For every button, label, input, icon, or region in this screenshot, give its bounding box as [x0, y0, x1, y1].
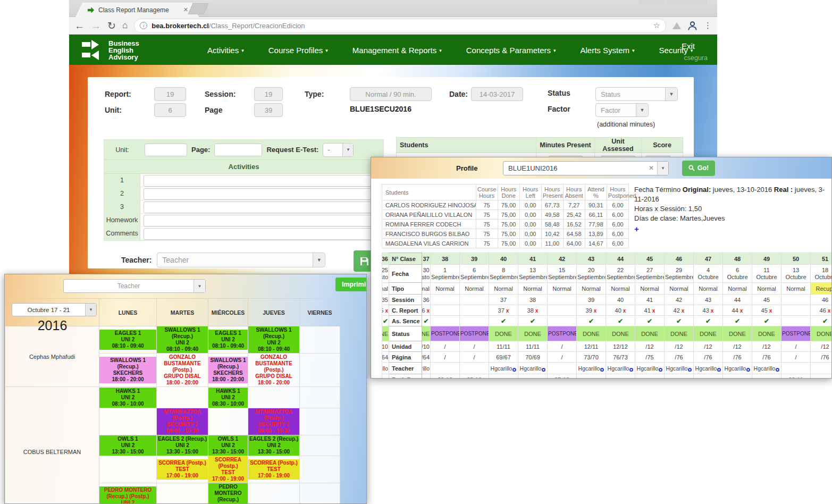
- teacher-link-icon[interactable]: [688, 368, 692, 372]
- factor-select-caret-icon[interactable]: ▼: [636, 104, 648, 116]
- class-block[interactable]: MTARRAZTOA (Postp.)SECURITY 209:00 - 10:…: [248, 408, 299, 435]
- class-block[interactable]: GONZALOBUSTAMANTE (Postp.)GRUPO DISAL18:…: [157, 354, 208, 387]
- page-value-field[interactable]: 39: [254, 103, 283, 117]
- session-value-field[interactable]: 19: [254, 87, 283, 101]
- add-plus-icon[interactable]: +: [634, 224, 827, 234]
- class-block[interactable]: PEDRO MONTERO(Recup.)UNI 208:00 - 09:30: [208, 483, 248, 504]
- report-value-field[interactable]: 19: [154, 87, 186, 101]
- nav-item-exit[interactable]: Exit: [682, 41, 695, 51]
- fecha-termino-line: Fecha Término Original: jueves, 13-10-20…: [634, 185, 827, 204]
- unit-value-field[interactable]: 6: [154, 103, 186, 117]
- week-select[interactable]: Octubre 17 - 21▼: [12, 303, 97, 316]
- class-block[interactable]: SWALLOWS 1 (Recup.)SKECHERS18:00 - 20:00: [99, 357, 156, 383]
- print-button[interactable]: Imprimir: [335, 278, 367, 291]
- class-block[interactable]: SCORREA (Postp.)TEST17:00 - 19:00: [157, 459, 208, 480]
- delete-x-icon[interactable]: x: [652, 308, 655, 314]
- class-block[interactable]: SWALLOWS 1(Recup.)SKECHERS18:00 - 20:00: [208, 357, 248, 383]
- forward-button-icon[interactable]: →: [91, 21, 101, 31]
- teacher-select[interactable]: Teacher ▼: [157, 253, 325, 267]
- page-info-icon[interactable]: i: [140, 22, 147, 29]
- address-bar[interactable]: i bea.brokertech.cl/Class_Report/Creacio…: [134, 19, 666, 33]
- date-value-field[interactable]: 14-03-2017: [471, 87, 523, 101]
- hours-value: 75: [476, 200, 498, 210]
- back-button-icon[interactable]: ←: [74, 21, 85, 31]
- etest-select-caret-icon[interactable]: ▼: [342, 144, 353, 156]
- delete-x-icon[interactable]: x: [623, 308, 626, 314]
- teacher-link-icon[interactable]: [542, 368, 545, 372]
- teacher-link-icon[interactable]: [629, 368, 633, 372]
- reload-button-icon[interactable]: ↻: [107, 21, 116, 31]
- tab-close-icon[interactable]: ✕: [183, 6, 188, 13]
- class-block[interactable]: SWALLOWS 1 (Recup.)UNI 208:10 - 09:40: [157, 326, 208, 353]
- delete-x-icon[interactable]: x: [426, 308, 430, 314]
- brand[interactable]: Business English Advisory: [69, 40, 207, 61]
- nav-item-concepts-parameters[interactable]: Concepts & Parameters▾: [466, 46, 556, 55]
- class-block[interactable]: PEDRO MONTERO(Recup.) (Postp.)UNI 208:00…: [99, 486, 156, 504]
- browser-tab[interactable]: Class Report Manageme ✕: [75, 3, 199, 17]
- home-button-icon[interactable]: ⌂: [122, 20, 128, 31]
- class-block[interactable]: MTARRAZTOA (Postp.)SECURITY 209:00 - 10:…: [157, 408, 208, 435]
- act-unit-input[interactable]: [145, 144, 187, 156]
- activity-input-1[interactable]: [144, 175, 380, 187]
- class-block[interactable]: EAGLES 2 (Recup.)UNI 213:30 - 15:00: [157, 435, 208, 456]
- delete-x-icon[interactable]: x: [828, 308, 831, 314]
- extension-triangle-icon[interactable]: [673, 22, 681, 29]
- class-block[interactable]: HAWKS 1UNI 208:30 - 10:00: [99, 388, 156, 408]
- etest-select[interactable]: - ▼: [323, 143, 354, 157]
- calendar-teacher-caret-icon[interactable]: ▼: [194, 280, 205, 292]
- teacher-link-icon[interactable]: [659, 368, 662, 372]
- teacher-link-icon[interactable]: [600, 368, 604, 372]
- nav-item-activities[interactable]: Activities▾: [207, 46, 244, 55]
- class-block[interactable]: SWALLOWS 1 (Recup.)UNI 208:10 - 09:40: [248, 326, 299, 353]
- schedule-cell-fechprop-49: [752, 374, 781, 379]
- teacher-select-caret-icon[interactable]: ▼: [313, 253, 325, 267]
- profile-clear-icon[interactable]: ✕: [649, 164, 657, 172]
- profile-avatar-icon[interactable]: [687, 21, 697, 31]
- class-block[interactable]: EAGLES 1UNI 208:10 - 09:40: [99, 330, 156, 350]
- nav-item-course-profiles[interactable]: Course Profiles▾: [268, 46, 328, 55]
- delete-x-icon[interactable]: x: [740, 308, 743, 314]
- act-page-input[interactable]: [214, 144, 262, 156]
- teacher-link-icon[interactable]: [746, 368, 750, 372]
- class-block[interactable]: GONZALOBUSTAMANTE (Postp.)GRUPO DISAL18:…: [248, 354, 299, 387]
- class-block[interactable]: SCORREA (Postp.)TEST17:00 - 19:00: [248, 459, 299, 480]
- search-icon: [688, 165, 695, 171]
- delete-x-icon[interactable]: x: [535, 308, 539, 314]
- delete-x-icon[interactable]: x: [769, 308, 772, 314]
- class-block[interactable]: EAGLES 2 (Recup.)UNI 213:30 - 15:00: [248, 435, 299, 456]
- week-select-caret-icon[interactable]: ▼: [85, 304, 96, 316]
- class-block[interactable]: OWLS 1UNI 213:30 - 15:00: [99, 435, 156, 456]
- delete-x-icon[interactable]: x: [711, 308, 714, 314]
- delete-x-icon[interactable]: x: [506, 308, 509, 314]
- status-select-caret-icon[interactable]: ▼: [665, 88, 677, 100]
- type-value-field[interactable]: Normal / 90 min.: [350, 87, 432, 101]
- nav-item-management-reports[interactable]: Management & Reports▾: [352, 46, 442, 55]
- hours-col-header: HoursAbsent: [563, 184, 585, 200]
- teacher-link-icon[interactable]: [512, 368, 516, 372]
- delete-x-icon[interactable]: x: [682, 308, 685, 314]
- activity-input-homework[interactable]: [144, 215, 380, 226]
- status-select[interactable]: Status ▼: [595, 87, 678, 101]
- bookmark-star-icon[interactable]: ☆: [653, 21, 660, 30]
- class-block[interactable]: EAGLES 1UNI 208:10 - 09:40: [208, 330, 248, 350]
- menu-kebab-icon[interactable]: ⋮: [704, 21, 712, 30]
- nav-item-alerts-system[interactable]: Alerts System▾: [581, 46, 635, 55]
- activity-input-2[interactable]: [144, 188, 380, 200]
- class-block[interactable]: OWLS 1UNI 213:30 - 15:00: [208, 435, 248, 456]
- teacher-link-icon[interactable]: [717, 368, 721, 372]
- activity-input-3[interactable]: [144, 201, 380, 213]
- factor-select[interactable]: Factor ▼: [595, 103, 649, 117]
- url-text[interactable]: bea.brokertech.cl/Class_Report/CreacionE…: [152, 22, 649, 30]
- teacher-link-icon[interactable]: [776, 368, 779, 372]
- activity-input-comments[interactable]: [144, 228, 380, 240]
- calendar-teacher-select[interactable]: Teacher ▼: [63, 279, 206, 293]
- delete-x-icon[interactable]: x: [385, 308, 388, 314]
- schedule-row-label: Sessión: [389, 295, 422, 305]
- class-block[interactable]: HAWKS 1UNI 208:30 - 10:00: [208, 388, 248, 408]
- class-block[interactable]: SCORREA (Postp.)TEST17:00 - 19:00: [208, 456, 248, 483]
- class-block-line: TEST: [267, 466, 281, 473]
- profile-combo[interactable]: BLUE1UNI2016 ✕ ▼: [503, 161, 669, 175]
- delete-x-icon[interactable]: x: [594, 308, 597, 314]
- go-button[interactable]: Go!: [682, 161, 715, 176]
- profile-combo-caret-icon[interactable]: ▼: [657, 162, 668, 175]
